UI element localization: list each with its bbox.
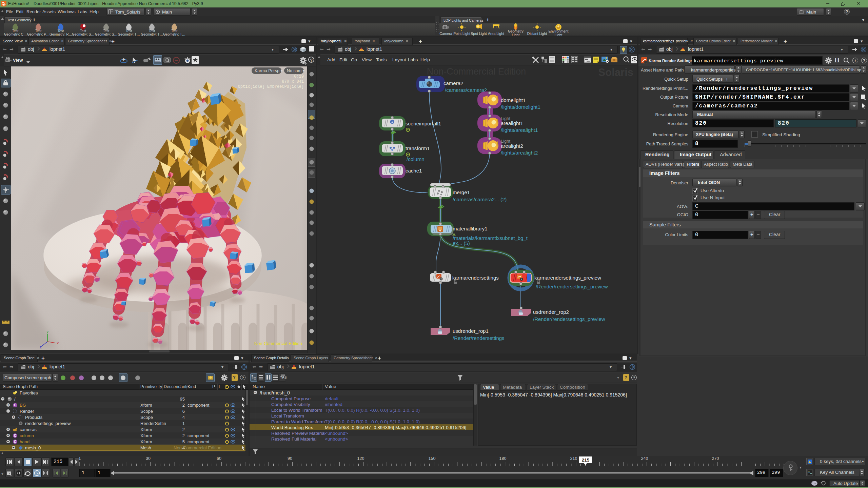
svg-text:Karma Persp ▾: Karma Persp ▾ — [255, 68, 283, 73]
svg-text:camera2: camera2 — [443, 80, 463, 86]
svg-text:1: 1 — [79, 456, 81, 461]
svg-text:arealight1: arealight1 — [501, 120, 523, 126]
svg-text:Non-Commercial Edition: Non-Commercial Edition — [427, 66, 526, 77]
svg-text:Solaris: Solaris — [598, 66, 633, 78]
svg-text:270: 270 — [712, 456, 719, 461]
svg-text:usdrender_rop1: usdrender_rop1 — [453, 328, 489, 334]
svg-text:domelight1: domelight1 — [501, 97, 526, 103]
svg-text:0:19: 0:19 — [294, 74, 304, 79]
svg-text:Non-Commercial Edition: Non-Commercial Edition — [254, 341, 302, 346]
svg-text:z: z — [40, 345, 42, 349]
svg-text:870 x 841: 870 x 841 — [282, 79, 304, 84]
svg-text:/lights/arealight2: /lights/arealight2 — [501, 150, 538, 156]
svg-text:Optix[idle] EmbreeCPU[idle]: Optix[idle] EmbreeCPU[idle] — [238, 84, 304, 89]
svg-text:/Render/rendersettings_preview: /Render/rendersettings_preview — [536, 284, 608, 289]
svg-text:arealight2: arealight2 — [501, 143, 523, 149]
svg-text:/column: /column — [407, 156, 425, 162]
svg-text:cache1: cache1 — [406, 168, 422, 174]
svg-text:karmarendersettings_preview: karmarendersettings_preview — [534, 275, 601, 281]
svg-text:/lights/arealight1: /lights/arealight1 — [501, 127, 538, 133]
svg-text:sceneimportall1: sceneimportall1 — [406, 121, 441, 126]
svg-text:/Render/rendersettings_preview: /Render/rendersettings_preview — [533, 316, 605, 322]
svg-text:240: 240 — [641, 456, 648, 461]
svg-text:karmarendersettings: karmarendersettings — [452, 275, 499, 281]
svg-text:/cameras/camera2: /cameras/camera2 — [445, 87, 487, 93]
svg-text:materiallibrary1: materiallibrary1 — [453, 226, 488, 231]
svg-text:215: 215 — [582, 458, 590, 463]
svg-text:180: 180 — [499, 456, 507, 461]
svg-text:ex... (5): ex... (5) — [453, 240, 470, 246]
svg-text:merge1: merge1 — [453, 189, 470, 195]
svg-text:No cam ▾: No cam ▾ — [287, 68, 305, 73]
svg-text:/cameras/camera2... (2): /cameras/camera2... (2) — [453, 197, 507, 202]
svg-text:x: x — [57, 341, 59, 345]
svg-text:transform1: transform1 — [406, 145, 430, 151]
svg-text:30: 30 — [146, 456, 151, 461]
svg-text:usdrender_rop2: usdrender_rop2 — [533, 309, 569, 315]
svg-text:+: + — [439, 228, 441, 233]
svg-text:150: 150 — [429, 456, 436, 461]
svg-text:90: 90 — [288, 456, 292, 461]
svg-text:120: 120 — [357, 456, 364, 461]
svg-text:y: y — [46, 330, 49, 334]
svg-text:60: 60 — [217, 456, 221, 461]
svg-text:210: 210 — [570, 456, 577, 461]
svg-text:/lights/domelight1: /lights/domelight1 — [501, 104, 540, 110]
svg-text:/Render/rendersettings: /Render/rendersettings — [453, 335, 505, 341]
